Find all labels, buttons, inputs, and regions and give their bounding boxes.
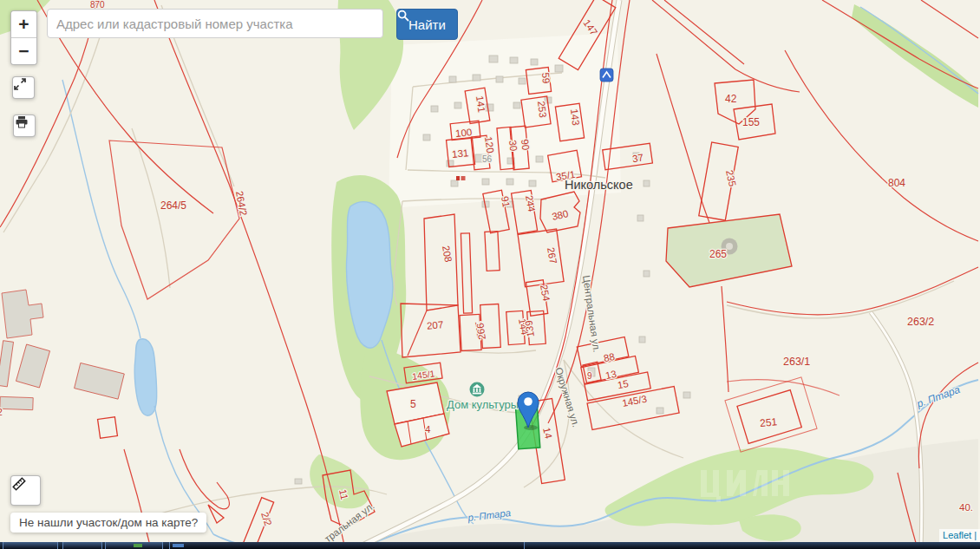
parcel-label: 11: [337, 488, 350, 500]
parcel-label: 9: [587, 371, 592, 381]
search-bar: [47, 9, 383, 38]
parcel-label: 4: [425, 424, 431, 435]
attribution[interactable]: Leaflet |: [939, 529, 980, 542]
search-icon: [397, 10, 409, 22]
taskbar-window-button[interactable]: [169, 542, 525, 549]
museum-icon: [470, 382, 485, 397]
town-label: Никольское: [565, 178, 633, 192]
map-canvas[interactable]: 870 147 59 141 253 143 100 120 131 56 30…: [0, 0, 980, 549]
taskbar[interactable]: [0, 542, 980, 549]
taskbar-window-button[interactable]: [62, 542, 102, 549]
measure-button[interactable]: [10, 475, 41, 506]
parcel-label: 42: [725, 93, 737, 105]
parcel-label: 265: [709, 248, 727, 260]
search-input[interactable]: [47, 9, 383, 38]
parcel-label: 207: [427, 319, 444, 331]
taskbar-icon: [173, 544, 184, 547]
parcel-label: 91: [500, 195, 512, 208]
zoom-control: + −: [10, 10, 37, 65]
ruler-icon: [11, 476, 27, 492]
parcel-label: 804: [888, 177, 905, 189]
railway-sign-icon: [600, 69, 613, 82]
parcel-label: 40.: [959, 502, 973, 513]
parcel-label: 2: [0, 407, 3, 417]
parcel-label: 251: [760, 415, 778, 429]
fullscreen-icon: [13, 77, 27, 91]
parcel-label: 37: [631, 153, 644, 165]
parcel-label: 263/1: [783, 356, 810, 368]
taskbar-window-button[interactable]: [3, 542, 58, 549]
culture-house-label: Дом культуры: [447, 398, 519, 411]
map-app: 870 147 59 141 253 143 100 120 131 56 30…: [0, 0, 980, 549]
parcel-label: 253: [536, 101, 548, 119]
print-button[interactable]: [13, 114, 36, 137]
printer-icon: [14, 115, 29, 129]
parcel-label: 263/2: [907, 316, 934, 328]
zoom-out-button[interactable]: −: [11, 38, 36, 64]
not-found-link[interactable]: Не нашли участок/дом на карте?: [10, 513, 206, 533]
zoom-in-button[interactable]: +: [11, 11, 36, 38]
fullscreen-button[interactable]: [12, 76, 35, 99]
taskbar-icon: [134, 544, 142, 547]
landcover-layer: [0, 0, 980, 549]
parcel-label: 15: [617, 378, 630, 390]
parcel-label: 100: [455, 127, 473, 139]
parcel-label: 264/5: [160, 199, 186, 212]
parcel-label: 90: [519, 139, 531, 151]
parcel-label: 143: [569, 108, 581, 127]
parcel-label: 56: [482, 154, 493, 164]
parcel-label: 131: [452, 147, 469, 160]
parcel-label: 30: [507, 140, 519, 152]
parcel-label: 5: [410, 398, 416, 410]
parcel-label: 155: [742, 116, 760, 128]
parcel-label: 59: [540, 72, 552, 84]
search-button-label: Найти: [408, 17, 446, 32]
search-button[interactable]: Найти: [396, 9, 458, 40]
